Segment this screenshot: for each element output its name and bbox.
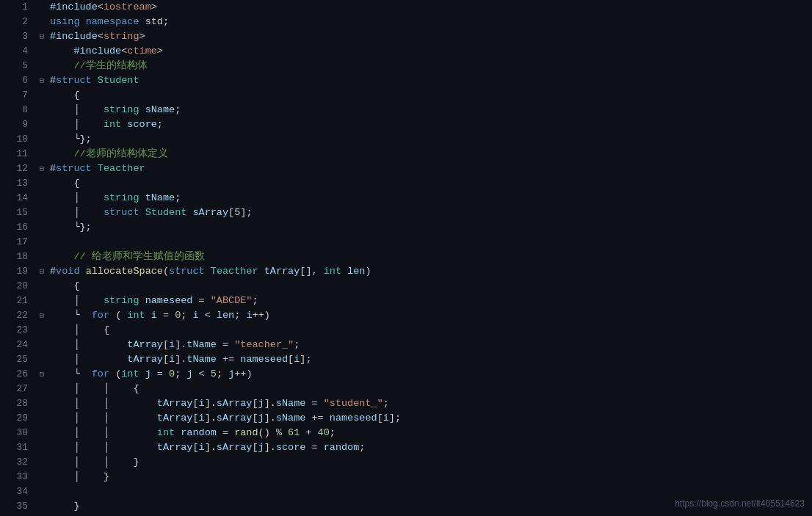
line-content: └ for (int j = 0; j < 5; j++) — [47, 367, 812, 382]
token-var: i — [169, 339, 175, 350]
token-var: score — [127, 119, 157, 130]
fold-indicator[interactable]: ⊟ — [37, 308, 47, 323]
line-content: #include<string> — [47, 29, 812, 44]
code-line: 32 │ │ } — [0, 455, 812, 470]
fold-indicator[interactable]: ⊟ — [37, 73, 47, 88]
code-line: 11 //老师的结构体定义 — [0, 147, 812, 161]
token-plain: │ — [50, 339, 127, 350]
token-string-literal: "student_" — [324, 398, 383, 409]
fold-indicator[interactable]: ⊟ — [37, 161, 47, 176]
token-plain: [ — [252, 398, 258, 409]
token-kw-type: string — [104, 295, 139, 306]
token-plain: │ — [50, 192, 104, 203]
token-kw-type: int — [127, 310, 145, 321]
token-var: i — [383, 413, 389, 424]
line-number: 19 — [0, 264, 37, 279]
token-var: random — [324, 442, 360, 453]
token-plain: = — [151, 368, 169, 379]
line-number: 12 — [0, 161, 37, 176]
token-plain — [50, 60, 73, 71]
token-var: j — [186, 368, 192, 379]
fold-indicator[interactable]: ⊟ — [37, 264, 47, 279]
line-content: using namespace std; — [47, 15, 812, 29]
token-var: i — [193, 310, 199, 321]
token-plain: < — [98, 1, 104, 12]
line-content: │ int score; — [47, 117, 812, 132]
token-preprocessor: # — [50, 266, 56, 277]
code-line: 28 │ │ tArray[i].sArray[j].sName = "stud… — [0, 396, 812, 411]
token-plain: ; — [359, 442, 365, 453]
token-struct-name: Student — [98, 75, 139, 86]
code-line: 21 │ string nameseed = "ABCDE"; — [0, 294, 812, 308]
token-plain: │ — [50, 119, 104, 130]
token-plain: │ │ { — [50, 383, 139, 394]
token-var: tArray — [127, 354, 163, 365]
token-plain: ( — [163, 266, 169, 277]
fold-indicator[interactable]: ⊟ — [37, 29, 47, 44]
code-line: 19⊟#void allocateSpace(struct Teacther t… — [0, 264, 812, 279]
code-line: 8 │ string sName; — [0, 103, 812, 117]
token-plain: [ — [192, 442, 198, 453]
code-line: 12⊟#struct Teacther — [0, 161, 812, 176]
token-plain: ; — [175, 104, 181, 115]
line-number: 26 — [0, 367, 37, 382]
token-plain: ( — [109, 310, 127, 321]
token-comment: //老师的结构体定义 — [73, 148, 167, 159]
line-number: 2 — [0, 15, 37, 29]
token-plain: ) — [365, 266, 371, 277]
line-content: │ │ { — [47, 382, 812, 396]
code-line: 16 └}; — [0, 220, 812, 235]
token-plain: ; — [175, 368, 186, 379]
token-var: nameseed — [330, 413, 377, 424]
token-number: 61 — [288, 427, 300, 438]
line-content: │ string sName; — [47, 103, 812, 117]
token-plain: │ — [50, 295, 104, 306]
token-plain — [139, 368, 145, 379]
token-plain: { — [50, 280, 80, 291]
code-line: 5 //学生的结构体 — [0, 59, 812, 73]
token-plain: ]. — [205, 398, 217, 409]
token-plain: ; — [157, 119, 163, 130]
token-kw-type: int — [324, 266, 341, 277]
token-plain: > — [139, 31, 145, 42]
line-content: { — [47, 176, 812, 191]
token-var: i — [199, 398, 205, 409]
token-var: tName — [145, 192, 175, 203]
line-number: 33 — [0, 470, 37, 484]
token-var: i — [151, 310, 157, 321]
code-line: 14 │ string tName; — [0, 191, 812, 206]
token-plain: = — [217, 339, 234, 350]
token-plain: ; — [383, 398, 389, 409]
code-line: 33 │ } — [0, 470, 812, 484]
line-content: │ │ tArray[i].sArray[j].sName = "student… — [47, 396, 812, 411]
line-number: 24 — [0, 338, 37, 352]
line-number: 22 — [0, 308, 37, 323]
token-plain: ]; — [389, 413, 401, 424]
token-include-path: ctime — [127, 46, 157, 57]
token-string-literal: "teacher_" — [234, 339, 294, 350]
line-content: │ } — [47, 470, 812, 484]
fold-indicator[interactable]: ⊟ — [37, 367, 47, 382]
token-plain: │ │ — [50, 427, 157, 438]
line-number: 5 — [0, 59, 37, 73]
token-plain — [139, 104, 145, 115]
line-content: #struct Teacther — [47, 161, 812, 176]
line-content: │ │ int random = rand() % 61 + 40; — [47, 426, 812, 440]
token-number: 0 — [169, 368, 175, 379]
token-number: 5 — [211, 368, 217, 379]
token-kw: struct — [56, 75, 92, 86]
line-number: 30 — [0, 426, 37, 440]
token-var: tName — [186, 354, 217, 365]
token-plain: │ │ — [50, 413, 157, 424]
token-plain: = — [305, 398, 323, 409]
token-number: 40 — [318, 427, 330, 438]
token-var: tArray — [157, 398, 193, 409]
token-var: tArray — [264, 266, 300, 277]
token-comment: // 给老师和学生赋值的函数 — [73, 251, 204, 262]
line-number: 25 — [0, 352, 37, 367]
token-plain — [50, 251, 73, 262]
token-plain: = — [305, 442, 323, 453]
token-plain: [ — [377, 413, 383, 424]
token-plain: ; — [175, 192, 181, 203]
line-content: #include<ctime> — [47, 44, 812, 59]
